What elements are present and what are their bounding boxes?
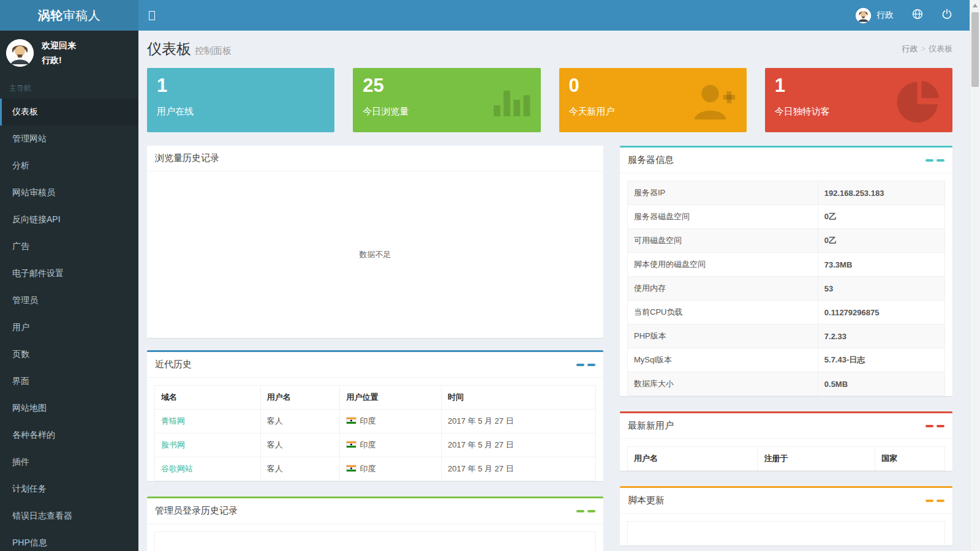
- sidebar-item-email-settings[interactable]: 电子邮件设置: [0, 260, 138, 287]
- sidebar-item-backlink-api[interactable]: 反向链接API: [0, 206, 138, 233]
- time-cell: 2017 年 5 月 27 日: [441, 410, 595, 433]
- sidebar-user-panel: 欢迎回来 行政!: [0, 31, 138, 75]
- time-cell: 2017 年 5 月 27 日: [441, 433, 595, 457]
- table-row: 服务器磁盘空间0乙: [628, 205, 945, 229]
- page-title: 仪表板控制面板: [147, 39, 232, 59]
- sidebar-menu: 仪表板 管理网站 分析 网站审核员 反向链接API 广告 电子邮件设置 管理员 …: [0, 99, 138, 551]
- brand-bold: 涡轮: [38, 9, 63, 22]
- brand-rest: 审稿人: [63, 9, 101, 22]
- server-info-label: PHP版本: [628, 324, 818, 348]
- sidebar-item-error-log-viewer[interactable]: 错误日志查看器: [0, 503, 138, 530]
- user-cell: 客人: [260, 433, 340, 457]
- column-header: 域名: [155, 386, 261, 410]
- stat-box-views-today[interactable]: 25 今日浏览量: [353, 68, 540, 132]
- scrollbar-thumb[interactable]: [971, 12, 979, 87]
- server-info-label: 服务器磁盘空间: [628, 205, 818, 229]
- panel-close-button[interactable]: [587, 510, 595, 512]
- domain-link[interactable]: 脸书网: [161, 440, 185, 449]
- breadcrumb-separator: >: [921, 44, 925, 53]
- app-logo[interactable]: 涡轮审稿人: [0, 0, 138, 31]
- sidebar-item-interface[interactable]: 界面: [0, 368, 138, 395]
- server-info-label: 使用内存: [628, 277, 818, 301]
- breadcrumb-home[interactable]: 行政: [902, 44, 918, 53]
- user-avatar-icon: [856, 8, 871, 23]
- panel-collapse-button[interactable]: [925, 159, 933, 162]
- panel-latest-users: 最新新用户 用户名 注册于 国家: [620, 411, 952, 471]
- table-row: 数据库大小0.5MB: [628, 372, 945, 396]
- sidebar-item-plugins[interactable]: 插件: [0, 449, 138, 476]
- server-info-table: 服务器IP192.168.253.183 服务器磁盘空间0乙 可用磁盘空间0乙 …: [627, 181, 945, 396]
- sidebar-item-sitemap[interactable]: 网站地图: [0, 395, 138, 422]
- panel-admin-login-history: 管理员登录历史记录: [147, 497, 603, 551]
- navbar-user-menu[interactable]: 行政: [856, 8, 894, 23]
- sidebar-item-ads[interactable]: 广告: [0, 233, 138, 260]
- panel-title: 近代历史: [155, 359, 192, 370]
- india-flag-icon: [346, 465, 356, 472]
- sidebar-item-manage-websites[interactable]: 管理网站: [0, 126, 138, 152]
- scrollbar-up-arrow-icon[interactable]: [973, 4, 978, 7]
- panel-collapse-button[interactable]: [925, 500, 933, 502]
- sidebar-item-php-info[interactable]: PHP信息: [0, 530, 138, 551]
- admin-login-table-clipped: [154, 531, 596, 551]
- user-cell: 客人: [260, 410, 340, 433]
- user-cell: 客人: [260, 457, 340, 481]
- domain-link[interactable]: 谷歌网站: [161, 464, 193, 473]
- table-row: 当前CPU负载0.11279296875: [628, 301, 945, 324]
- sidebar-item-admins[interactable]: 管理员: [0, 287, 138, 314]
- server-info-value: 5.7.43-日志: [818, 348, 944, 372]
- table-row: 服务器IP192.168.253.183: [628, 181, 945, 205]
- power-icon[interactable]: [941, 9, 952, 22]
- sidebar-item-dashboard[interactable]: 仪表板: [0, 99, 138, 126]
- stat-box-unique-visitors-today[interactable]: 1 今日独特访客: [765, 68, 952, 132]
- panel-controls: [925, 500, 944, 502]
- sidebar-item-website-reviewer[interactable]: 网站审核员: [0, 179, 138, 206]
- server-info-value: 0.11279296875: [818, 301, 944, 324]
- welcome-line2: 行政!: [42, 53, 76, 67]
- stat-box-users-online[interactable]: 1 用户在线: [147, 68, 334, 132]
- location-cell: 印度: [360, 440, 375, 449]
- panel-close-button[interactable]: [587, 364, 595, 366]
- main-content: 仪表板控制面板 行政>仪表板 1 用户在线 25 今日浏览量 0 今天新用户 1…: [138, 31, 980, 551]
- sidebar-item-miscellaneous[interactable]: 各种各样的: [0, 422, 138, 449]
- table-row: 脚本使用的磁盘空间73.3MB: [628, 253, 945, 277]
- panel-collapse-button[interactable]: [925, 425, 933, 427]
- sidebar-item-cron-jobs[interactable]: 计划任务: [0, 476, 138, 503]
- latest-users-table: 用户名 注册于 国家: [627, 446, 945, 471]
- location-cell: 印度: [360, 464, 375, 473]
- sidebar-toggle-icon[interactable]: [149, 11, 155, 20]
- table-row: 可用磁盘空间0乙: [628, 229, 945, 253]
- panel-controls: [925, 425, 944, 427]
- domain-link[interactable]: 青猫网: [161, 416, 185, 425]
- sidebar-item-pages[interactable]: 页数: [0, 341, 138, 368]
- panel-views-history: 浏览量历史记录 数据不足: [147, 146, 603, 338]
- column-header: 用户位置: [340, 386, 442, 410]
- sidebar-avatar: [6, 39, 34, 67]
- panel-close-button[interactable]: [937, 425, 944, 427]
- column-header: 时间: [441, 386, 595, 410]
- server-info-value: 73.3MB: [818, 253, 944, 277]
- bar-chart-icon: [488, 78, 532, 124]
- panel-collapse-button[interactable]: [576, 510, 584, 512]
- page-scrollbar[interactable]: [970, 0, 980, 551]
- table-row: 脸书网 客人 印度 2017 年 5 月 27 日: [155, 433, 596, 457]
- sidebar-item-analytics[interactable]: 分析: [0, 152, 138, 179]
- server-info-label: 数据库大小: [628, 372, 818, 396]
- column-header: 注册于: [758, 447, 875, 471]
- navbar-main: 行政: [138, 0, 980, 31]
- sidebar-item-users[interactable]: 用户: [0, 314, 138, 341]
- welcome-line1: 欢迎回来: [42, 38, 76, 53]
- panel-controls: [576, 510, 595, 512]
- table-row: 青猫网 客人 印度 2017 年 5 月 27 日: [155, 410, 596, 433]
- server-info-label: 脚本使用的磁盘空间: [628, 253, 818, 277]
- panel-title: 最新新用户: [628, 420, 674, 432]
- panel-close-button[interactable]: [937, 159, 944, 162]
- globe-icon[interactable]: [912, 9, 923, 22]
- panel-collapse-button[interactable]: [576, 364, 584, 366]
- table-row: PHP版本7.2.33: [628, 324, 945, 348]
- panel-close-button[interactable]: [937, 500, 944, 502]
- table-header-row: 域名 用户名 用户位置 时间: [155, 386, 596, 410]
- breadcrumb: 行政>仪表板: [902, 43, 952, 54]
- stat-box-new-users-today[interactable]: 0 今天新用户: [559, 68, 747, 132]
- table-row: MySql版本5.7.43-日志: [628, 348, 945, 372]
- server-info-value: 0乙: [818, 229, 944, 253]
